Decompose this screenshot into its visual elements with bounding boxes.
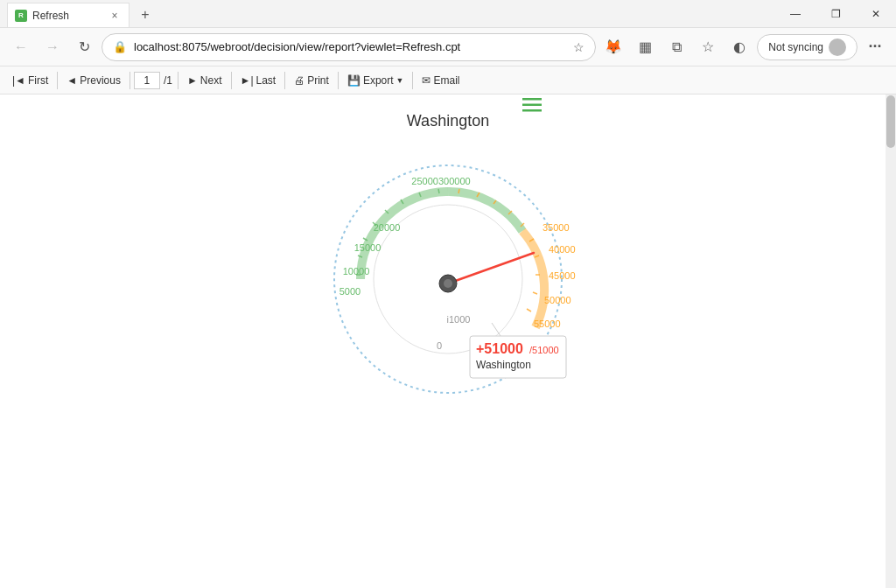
content-area: Washington <box>0 94 896 588</box>
nav-bar: ← → ↻ 🔒 localhost:8075/webroot/decision/… <box>0 28 896 66</box>
lock-icon: 🔒 <box>113 40 127 53</box>
title-bar: R Refresh × + — ❐ ✕ <box>0 0 896 28</box>
svg-line-12 <box>438 189 439 193</box>
maximize-button[interactable]: ❐ <box>816 0 856 28</box>
more-dots-icon: ··· <box>868 38 881 56</box>
toolbar-separator-6 <box>338 72 339 89</box>
svg-rect-2 <box>522 109 542 112</box>
gauge-container: 5000 10000 15000 20000 25000300000 35000… <box>0 139 896 402</box>
toolbar-separator-7 <box>412 72 413 89</box>
bookmark-star-icon[interactable]: ☆ <box>573 40 584 54</box>
tab-close-button[interactable]: × <box>108 9 122 23</box>
extensions-icon: 🦊 <box>605 38 622 55</box>
last-button[interactable]: ►| Last <box>235 73 282 88</box>
svg-rect-1 <box>522 104 542 107</box>
svg-point-37 <box>444 279 452 288</box>
address-bar[interactable]: 🔒 localhost:8075/webroot/decision/view/r… <box>102 33 596 61</box>
next-button[interactable]: ► Next <box>182 73 228 88</box>
svg-text:+51000: +51000 <box>476 341 523 356</box>
svg-text:50000: 50000 <box>544 295 571 305</box>
tab-title: Refresh <box>32 10 102 22</box>
svg-text:45000: 45000 <box>549 270 576 281</box>
favorites-icon: ☆ <box>702 38 714 55</box>
split-button[interactable]: ⧉ <box>662 33 690 61</box>
svg-text:15000: 15000 <box>354 242 382 253</box>
collections-icon: ▦ <box>639 38 652 55</box>
export-icon: 💾 <box>347 74 360 87</box>
forward-button[interactable]: → <box>38 33 66 61</box>
email-button[interactable]: ✉ Email <box>416 73 465 88</box>
print-icon: 🖨 <box>294 74 304 87</box>
nav-icons-right: 🦊 ▦ ⧉ ☆ ◐ Not syncing ··· <box>599 33 889 61</box>
first-icon: |◄ <box>12 74 25 87</box>
svg-text:20000: 20000 <box>374 222 401 233</box>
profile-avatar <box>829 38 846 56</box>
svg-text:55000: 55000 <box>534 318 561 329</box>
svg-text:i1000: i1000 <box>447 314 471 325</box>
print-button[interactable]: 🖨 Print <box>289 73 334 88</box>
minimize-button[interactable]: — <box>775 0 816 28</box>
refresh-button[interactable]: ↻ <box>70 33 98 61</box>
svg-text:0: 0 <box>437 340 442 351</box>
extensions-button[interactable]: 🦊 <box>599 33 627 61</box>
more-menu-button[interactable]: ··· <box>861 33 889 61</box>
window-controls: — ❐ ✕ <box>775 0 896 28</box>
collections-button[interactable]: ▦ <box>631 33 659 61</box>
next-icon: ► <box>187 74 198 87</box>
page-number-input[interactable] <box>134 72 160 89</box>
toolbar-separator-3 <box>178 72 178 89</box>
svg-text:/51000: /51000 <box>529 345 559 355</box>
svg-text:35000: 35000 <box>542 222 570 233</box>
tab-area: R Refresh × + <box>7 0 158 27</box>
close-button[interactable]: ✕ <box>856 0 896 28</box>
toolbar-separator-4 <box>231 72 232 89</box>
svg-text:25000300000: 25000300000 <box>411 176 470 186</box>
split-icon: ⧉ <box>672 39 682 55</box>
previous-icon: ◄ <box>66 74 77 87</box>
toolbar-separator-1 <box>57 72 58 89</box>
export-button[interactable]: 💾 Export ▼ <box>342 73 410 88</box>
svg-rect-0 <box>522 98 542 101</box>
export-dropdown-icon: ▼ <box>396 76 404 85</box>
scrollbar-thumb[interactable] <box>886 95 895 148</box>
svg-line-22 <box>527 309 531 312</box>
profile-icon: ◐ <box>733 38 746 55</box>
hamburger-icon <box>522 98 542 112</box>
tab-favicon: R <box>15 10 27 22</box>
report-title: Washington <box>0 94 896 130</box>
url-text: localhost:8075/webroot/decision/view/rep… <box>134 40 566 53</box>
svg-text:Washington: Washington <box>476 359 531 371</box>
page-total: /1 <box>164 74 172 87</box>
svg-text:10000: 10000 <box>343 266 370 276</box>
not-syncing-label: Not syncing <box>768 41 823 53</box>
back-button[interactable]: ← <box>7 33 35 61</box>
toolbar-separator-5 <box>284 72 285 89</box>
svg-line-21 <box>533 292 537 294</box>
email-icon: ✉ <box>422 74 430 87</box>
svg-text:5000: 5000 <box>340 286 360 297</box>
browser-tab[interactable]: R Refresh × <box>7 3 130 27</box>
svg-line-13 <box>458 189 459 193</box>
gauge-chart: 5000 10000 15000 20000 25000300000 35000… <box>308 139 588 402</box>
hamburger-menu-button[interactable] <box>522 98 542 116</box>
profile-button[interactable]: ◐ <box>725 33 753 61</box>
vertical-scrollbar[interactable] <box>886 94 896 588</box>
not-syncing-button[interactable]: Not syncing <box>757 34 858 60</box>
favorites-button[interactable]: ☆ <box>694 33 722 61</box>
last-icon: ►| <box>241 74 254 87</box>
report-toolbar: |◄ First ◄ Previous /1 ► Next ►| Last 🖨 … <box>0 66 896 94</box>
previous-button[interactable]: ◄ Previous <box>61 73 126 88</box>
first-button[interactable]: |◄ First <box>7 73 53 88</box>
toolbar-separator-2 <box>130 72 130 89</box>
new-tab-button[interactable]: + <box>133 3 158 27</box>
svg-text:40000: 40000 <box>549 244 576 255</box>
